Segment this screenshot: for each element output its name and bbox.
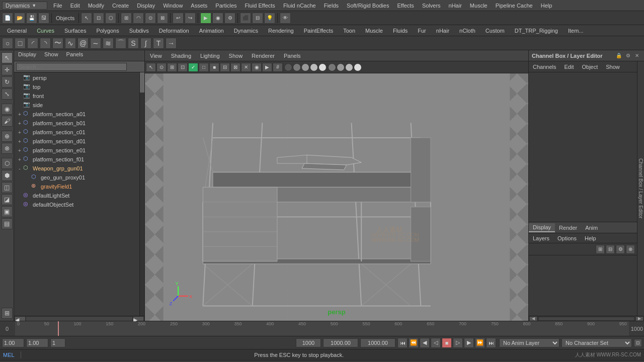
vp-wireframe[interactable]: □ — [199, 63, 209, 72]
art-tool2[interactable]: ⬢ — [2, 170, 13, 181]
curve-line[interactable]: ⌒ — [115, 38, 126, 49]
tab-paintfx[interactable]: PaintEffects — [299, 27, 339, 35]
menu-pipeline[interactable]: Pipeline Cache — [492, 2, 537, 10]
tab-rigging[interactable]: DT_TRP_Rigging — [510, 27, 563, 35]
outliner-search-input[interactable] — [16, 63, 127, 71]
curve-spiral[interactable]: @ — [77, 38, 89, 49]
frame-end-input[interactable] — [26, 338, 48, 347]
ch-tab-show[interactable]: Show — [602, 63, 624, 71]
expand-platform-a01[interactable]: + — [16, 111, 23, 118]
ipr-btn[interactable]: ◉ — [212, 13, 223, 24]
menu-muscle[interactable]: Muscle — [466, 2, 492, 10]
menu-particles[interactable]: Particles — [211, 2, 240, 10]
select-btn[interactable]: ↖ — [81, 13, 92, 24]
move-tool[interactable]: ✛ — [2, 64, 13, 75]
play-fwd2-btn[interactable]: ▷ — [453, 338, 463, 348]
rp-scrollbar[interactable]: ◀ ▶ — [529, 316, 644, 321]
vp-shad2[interactable] — [293, 63, 301, 71]
layer-add-btn[interactable]: ⊞ — [596, 245, 605, 254]
menu-create[interactable]: Create — [108, 2, 133, 10]
vp-shad5[interactable] — [318, 63, 327, 71]
vp-show-menu[interactable]: Show — [226, 52, 246, 60]
tree-item-platform-a01[interactable]: + ⬡ platform_section_a01 — [14, 110, 139, 119]
tab-custom[interactable]: Custom — [480, 27, 510, 35]
expand-weapon-grp[interactable]: - — [16, 165, 23, 172]
tree-item-top[interactable]: 📷 top — [14, 82, 139, 92]
open-btn[interactable]: 📂 — [14, 13, 25, 24]
expand-platform-e01[interactable]: + — [16, 147, 23, 154]
vp-light2[interactable] — [337, 63, 345, 71]
fps-field[interactable]: 1000.00 — [360, 338, 395, 347]
ch-tab-object[interactable]: Object — [578, 63, 602, 71]
tab-general[interactable]: General — [2, 27, 32, 35]
play-fwd-btn[interactable]: ▶ — [464, 338, 474, 348]
menu-softrigid[interactable]: Soft/Rigid Bodies — [343, 2, 393, 10]
tab-dynamics[interactable]: Dynamics — [229, 27, 263, 35]
curve-arc1[interactable]: ◜ — [27, 38, 38, 49]
outliner-panels[interactable]: Panels — [62, 50, 88, 61]
character-set-select[interactable]: No Character Set — [561, 338, 632, 347]
expand-platform-c01[interactable]: + — [16, 129, 23, 136]
go-start-btn[interactable]: ⏮ — [397, 338, 408, 348]
dynamics-dropdown[interactable]: Dynamics ▼ — [2, 2, 47, 10]
layer-sm-layers[interactable]: Layers — [529, 235, 553, 242]
expand-lightset[interactable] — [16, 192, 23, 199]
vp-renderer-menu[interactable]: Renderer — [249, 52, 278, 60]
tree-item-gravity[interactable]: ⊛ gravityField1 — [14, 182, 139, 191]
vp-frame-all[interactable]: ⊡ — [178, 63, 188, 72]
outliner-display[interactable]: Display — [14, 50, 40, 61]
vp-shad3[interactable] — [301, 63, 309, 71]
tree-item-objset[interactable]: ◎ defaultObjectSet — [14, 200, 139, 209]
tree-item-persp[interactable]: 📷 persp — [14, 73, 139, 82]
expand-objset[interactable] — [16, 201, 23, 208]
texture-btn[interactable]: ⊟ — [252, 13, 263, 24]
vp-snap[interactable]: ⊙ — [156, 63, 167, 72]
menu-help[interactable]: Help — [537, 2, 556, 10]
art-tool4[interactable]: ◪ — [2, 194, 13, 205]
show-manip[interactable]: ⊕ — [2, 131, 13, 142]
vp-light1[interactable] — [328, 63, 336, 71]
expand-top[interactable] — [16, 83, 23, 90]
lasso-btn[interactable]: ⊡ — [93, 13, 104, 24]
menu-edit[interactable]: Edit — [66, 2, 84, 10]
paint-select[interactable]: 🖌 — [2, 116, 13, 127]
menu-file[interactable]: File — [49, 2, 66, 10]
go-end-btn[interactable]: ⏭ — [486, 338, 496, 348]
menu-modify[interactable]: Modify — [84, 2, 108, 10]
render-settings-btn[interactable]: ⚙ — [224, 13, 235, 24]
timeline-end-field[interactable]: 1000 — [630, 326, 644, 332]
art-tool3[interactable]: ◫ — [2, 182, 13, 193]
snap-grid-btn[interactable]: ⊞ — [121, 13, 132, 24]
quick-layout[interactable]: ⊞ — [2, 308, 13, 319]
timeline-start-field[interactable]: 0 — [0, 326, 14, 332]
anim-layer-select[interactable]: No Anim Layer — [499, 338, 559, 347]
tab-subdivs[interactable]: Subdivs — [124, 27, 154, 35]
expand-side[interactable] — [16, 102, 23, 109]
vp-points[interactable]: ⊠ — [230, 63, 240, 72]
save-as-btn[interactable]: 🖫 — [38, 13, 49, 24]
menu-window[interactable]: Window — [159, 2, 187, 10]
shader-btn[interactable]: ⬛ — [240, 13, 251, 24]
vp-smooth[interactable]: ■ — [209, 63, 219, 72]
layer-tab-render[interactable]: Render — [555, 224, 581, 232]
tree-item-geo-gun[interactable]: ⬡ geo_gun_proxy01 — [14, 173, 139, 182]
history-btn[interactable]: ↩ — [173, 13, 184, 24]
tree-item-front[interactable]: 📷 front — [14, 92, 139, 101]
curve-text[interactable]: T — [153, 38, 164, 49]
step-fwd-btn[interactable]: ⏩ — [475, 338, 485, 348]
vp-light3[interactable] — [345, 63, 353, 71]
vp-close[interactable]: ✕ — [241, 63, 251, 72]
save-btn[interactable]: 💾 — [26, 13, 37, 24]
layer-opts-btn[interactable]: ⚙ — [616, 245, 625, 254]
snap-curve-btn[interactable]: ◠ — [133, 13, 144, 24]
redo-btn[interactable]: ↪ — [185, 13, 196, 24]
vp-shading-menu[interactable]: Shading — [168, 52, 194, 60]
snap-view-btn[interactable]: ⊠ — [157, 13, 168, 24]
show-hide-btn[interactable]: 👁 — [280, 13, 291, 24]
vp-grid[interactable]: # — [273, 63, 283, 72]
tab-toon[interactable]: Toon — [338, 27, 360, 35]
tab-deformation[interactable]: Deformation — [154, 27, 194, 35]
tab-curves[interactable]: Curves — [32, 27, 59, 35]
curve-wave1[interactable]: ∼ — [90, 38, 101, 49]
menu-fields[interactable]: Fields — [320, 2, 343, 10]
